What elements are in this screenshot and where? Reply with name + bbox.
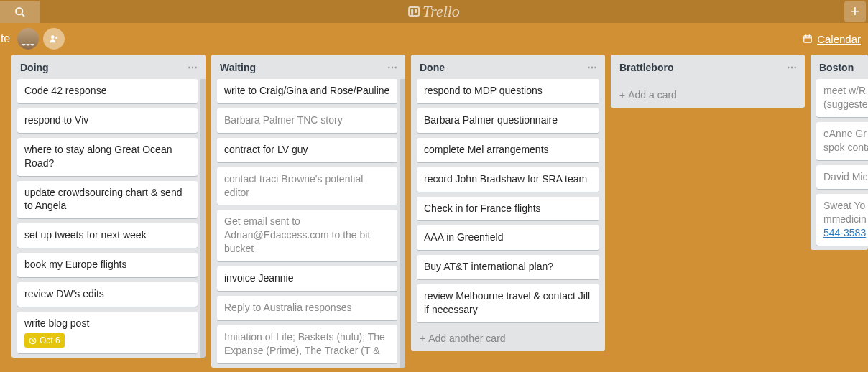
- card[interactable]: update crowdsourcing chart & send to Ang…: [17, 181, 198, 219]
- brand-logo[interactable]: Trello: [408, 2, 460, 21]
- card-text: Barbara Palmer TNC story: [224, 113, 390, 127]
- card[interactable]: eAnne Gr @ASegar @eventsfo have spok con…: [816, 122, 868, 160]
- card[interactable]: invoice Jeannie: [217, 266, 397, 291]
- trello-board-icon: [408, 6, 420, 17]
- list-header: Boston: [811, 55, 868, 79]
- card-text: Check in for France flights: [424, 202, 592, 215]
- card[interactable]: Buy AT&T international plan?: [417, 255, 599, 279]
- card[interactable]: write to Craig/Gina and Rose/Pauline: [217, 79, 397, 103]
- member-avatar[interactable]: [17, 28, 39, 50]
- search-button[interactable]: [0, 1, 40, 23]
- card[interactable]: respond to MDP questions: [417, 79, 599, 103]
- card-list: Code 42 responserespond to Vivwhere to s…: [11, 79, 206, 358]
- card-link[interactable]: 544-3583: [823, 227, 866, 238]
- card[interactable]: set up tweets for next week: [17, 223, 198, 248]
- card-text: Get email sent to Adrian@Edaccess.com to…: [224, 215, 390, 256]
- list-title[interactable]: Brattleboro: [619, 62, 787, 73]
- svg-line-1: [22, 14, 24, 17]
- card[interactable]: respond to Viv: [17, 108, 198, 133]
- card[interactable]: Barbara Palmer TNC story: [217, 108, 397, 133]
- card-text: write blog post: [24, 317, 190, 330]
- card[interactable]: AAA in Greenfield: [417, 225, 599, 250]
- card[interactable]: meet w/R Groton, M Thalheime (suggeste: [816, 79, 868, 117]
- calendar-link[interactable]: Calendar: [803, 33, 861, 45]
- card[interactable]: review Melbourne travel & contact Jill i…: [417, 284, 599, 322]
- card[interactable]: Check in for France flights: [417, 197, 599, 221]
- list-title[interactable]: Done: [420, 62, 587, 73]
- add-card-button[interactable]: + Add another card: [411, 327, 605, 351]
- list-menu-button[interactable]: ⋯: [787, 62, 798, 73]
- invite-button[interactable]: [43, 28, 65, 50]
- badge-text: Oct 6: [40, 335, 60, 346]
- plus-icon: +: [619, 89, 625, 101]
- card-text: contact traci Browne's potential editor: [224, 172, 390, 200]
- board-name-truncated: ate: [0, 32, 10, 45]
- card[interactable]: book my Europe flights: [17, 253, 198, 277]
- card[interactable]: contact traci Browne's potential editor: [217, 167, 397, 205]
- due-date-badge[interactable]: Oct 6: [24, 333, 65, 348]
- list-header: Waiting⋯: [211, 55, 405, 79]
- card-text: where to stay along Great Ocean Road?: [24, 143, 190, 170]
- card-list: write to Craig/Gina and Rose/PaulineBarb…: [211, 79, 405, 368]
- card-text: eAnne Gr @ASegar @eventsfo have spok con…: [823, 127, 868, 154]
- card-text: Buy AT&T international plan?: [424, 260, 592, 274]
- list: Doing⋯Code 42 responserespond to Vivwher…: [11, 55, 206, 358]
- card[interactable]: where to stay along Great Ocean Road?: [17, 138, 198, 176]
- card[interactable]: complete Mel arrangements: [417, 138, 599, 162]
- add-card-label: Add a card: [628, 89, 677, 101]
- svg-rect-3: [804, 36, 812, 42]
- card-text: book my Europe flights: [24, 258, 190, 271]
- card[interactable]: review DW's edits: [17, 282, 198, 307]
- card-text: contract for LV guy: [224, 143, 390, 157]
- card-text: Reply to Australia responses: [224, 301, 390, 315]
- list-title[interactable]: Boston: [819, 62, 868, 73]
- card-text: update crowdsourcing chart & send to Ang…: [24, 186, 190, 213]
- card[interactable]: contract for LV guy: [217, 138, 397, 162]
- topbar: Trello +: [0, 0, 868, 23]
- card[interactable]: write blog postOct 6: [17, 312, 198, 353]
- list: Brattleboro⋯+ Add a card: [611, 55, 805, 108]
- card[interactable]: Reply to Australia responses: [217, 296, 397, 320]
- card-text: Sweat Yo Street Co http://ww mmedicin: [823, 199, 868, 226]
- card[interactable]: Code 42 response: [17, 79, 198, 103]
- card-text: review DW's edits: [24, 287, 190, 301]
- list-menu-button[interactable]: ⋯: [188, 62, 198, 73]
- card[interactable]: Sweat Yo Street Co http://ww mmedicin544…: [816, 194, 868, 246]
- add-card-button[interactable]: + Add a card: [611, 83, 805, 108]
- brand-text: Trello: [423, 2, 460, 21]
- svg-point-0: [16, 8, 22, 14]
- list: Waiting⋯write to Craig/Gina and Rose/Pau…: [211, 55, 405, 368]
- list: Bostonmeet w/R Groton, M Thalheime (sugg…: [811, 55, 868, 250]
- calendar-icon: [803, 34, 813, 44]
- card-text: David Mic: [823, 170, 868, 184]
- card-list: respond to MDP questionsBarbara Palmer q…: [411, 79, 605, 327]
- card-text: set up tweets for next week: [24, 228, 190, 242]
- card-text: invoice Jeannie: [224, 271, 390, 285]
- card[interactable]: Get email sent to Adrian@Edaccess.com to…: [217, 210, 397, 261]
- card-text: Code 42 response: [24, 84, 190, 98]
- list-header: Brattleboro⋯: [611, 55, 805, 79]
- card-text: respond to Viv: [24, 113, 190, 127]
- person-add-icon: [49, 34, 59, 44]
- card-text: write to Craig/Gina and Rose/Pauline: [224, 84, 390, 98]
- list: Done⋯respond to MDP questionsBarbara Pal…: [411, 55, 605, 351]
- list-menu-button[interactable]: ⋯: [587, 62, 598, 73]
- list-title[interactable]: Waiting: [220, 62, 387, 73]
- card-text: respond to MDP questions: [424, 84, 592, 98]
- card[interactable]: Barbara Palmer questionnaire: [417, 108, 599, 133]
- calendar-label: Calendar: [817, 33, 861, 45]
- list-header: Doing⋯: [11, 55, 206, 79]
- add-card-label: Add another card: [428, 333, 505, 344]
- card-text: AAA in Greenfield: [424, 231, 592, 244]
- list-menu-button[interactable]: ⋯: [387, 62, 398, 73]
- card[interactable]: Imitation of Life; Baskets (hulu); The E…: [217, 325, 397, 363]
- card-text: meet w/R Groton, M Thalheime (suggeste: [823, 84, 868, 111]
- board-canvas[interactable]: Doing⋯Code 42 responserespond to Vivwher…: [0, 55, 868, 372]
- card[interactable]: David Mic: [816, 165, 868, 190]
- card-list: meet w/R Groton, M Thalheime (suggesteeA…: [811, 79, 868, 250]
- card[interactable]: record John Bradshaw for SRA team: [417, 167, 599, 192]
- list-header: Done⋯: [411, 55, 605, 79]
- list-title[interactable]: Doing: [20, 62, 188, 73]
- card-text: Imitation of Life; Baskets (hulu); The E…: [224, 330, 390, 358]
- add-button[interactable]: +: [844, 1, 866, 22]
